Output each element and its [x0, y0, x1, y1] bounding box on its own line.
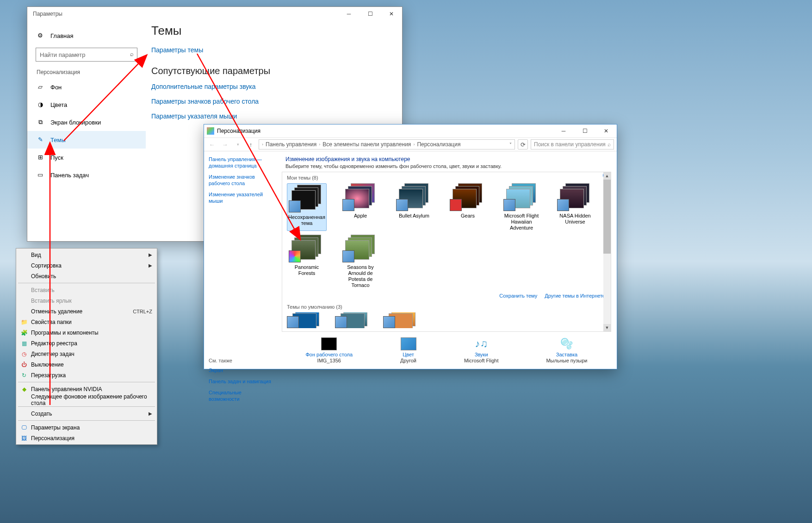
minimize-button[interactable]: ─ [338, 7, 360, 21]
personalize-icon: 🖼 [20, 435, 28, 442]
maximize-button[interactable]: ☐ [574, 124, 595, 138]
sub-label: Мыльные пузыри [546, 358, 587, 363]
theme-item-nasa[interactable]: NASA Hidden Universe [555, 183, 595, 231]
scrollbar[interactable]: ▲ ▼ [603, 172, 611, 331]
cp-titlebar[interactable]: Персонализация ─ ☐ ✕ [204, 125, 617, 137]
ctx-regedit[interactable]: ▦Редактор реестра [17, 338, 156, 349]
cp-sidebar: Панель управления — домашняя страница Из… [204, 151, 278, 369]
save-theme-link[interactable]: Сохранить тему [499, 293, 537, 299]
theme-name: Несохраненная тема [288, 214, 325, 226]
programs-icon: 🧩 [20, 330, 28, 336]
breadcrumb-segment[interactable]: Все элементы панели управления [322, 141, 411, 148]
related-link-sound[interactable]: Дополнительные параметры звука [151, 83, 402, 90]
ctx-taskmgr[interactable]: ◷Диспетчер задач [17, 349, 156, 359]
ctx-paste: Вставить [17, 285, 156, 295]
ctx-paste-shortcut: Вставить ярлык [17, 295, 156, 306]
sidebar-item-start[interactable]: ⊞ Пуск [27, 149, 146, 166]
cp-home-link[interactable]: Панель управления — домашняя страница [209, 156, 273, 169]
sidebar-item-background[interactable]: ▱ Фон [27, 78, 146, 96]
ctx-display-settings[interactable]: 🖵Параметры экрана [17, 422, 156, 433]
ctx-sort[interactable]: Сортировка▶ [17, 260, 156, 271]
chevron-right-icon: ▶ [149, 411, 152, 416]
ctx-view[interactable]: Вид▶ [17, 249, 156, 260]
ctx-separator [18, 420, 155, 421]
theme-item-default[interactable] [287, 312, 327, 328]
sidebar-item-label: Фон [50, 84, 62, 91]
sidebar-item-colors[interactable]: ◑ Цвета [27, 96, 146, 113]
chevron-right-icon: ▶ [149, 263, 152, 268]
ctx-restart[interactable]: ↻Перезагрузка [17, 370, 156, 380]
scroll-thumb[interactable] [603, 180, 611, 254]
desktop-background-item[interactable]: Фон рабочего стола IMG_1356 [305, 337, 353, 363]
sidebar-home[interactable]: ⚙ Главная [27, 26, 146, 45]
theme-thumb [289, 235, 325, 262]
theme-item-panoramic-forests[interactable]: Panoramic Forests [287, 235, 327, 288]
ctx-folder-props[interactable]: 📁Свойства папки [17, 317, 156, 327]
cp-navbar: ← → ▾ ↑ › Панель управления › Все элемен… [204, 137, 617, 151]
see-also-section: См. также Экран Панель задач и навигация… [209, 358, 273, 402]
taskmgr-icon: ◷ [20, 351, 28, 357]
theme-settings-link[interactable]: Параметры темы [151, 46, 402, 54]
sidebar-item-taskbar[interactable]: ▭ Панель задач [27, 166, 146, 184]
nav-up-button[interactable]: ↑ [246, 139, 256, 149]
theme-components-row: Фон рабочего стола IMG_1356 Цвет Другой … [282, 336, 611, 365]
maximize-button[interactable]: ☐ [360, 7, 381, 21]
theme-thumb [289, 185, 325, 212]
ctx-refresh[interactable]: Обновить [17, 271, 156, 281]
dropdown-icon[interactable]: ˅ [509, 142, 512, 147]
see-also-link[interactable]: Экран [209, 367, 273, 374]
related-link-mouse-pointer[interactable]: Параметры указателя мыши [151, 112, 402, 120]
cp-search-box[interactable]: Поиск в панели управления ⌕ [531, 139, 614, 149]
ctx-personalize[interactable]: 🖼Персонализация [17, 433, 156, 443]
see-also-link[interactable]: Специальные возможности [209, 389, 273, 402]
cp-main-desc: Выберите тему, чтобы одновременно измени… [278, 163, 617, 172]
settings-titlebar[interactable]: Параметры ─ ☐ ✕ [27, 7, 402, 21]
screensaver-item[interactable]: 🫧 Заставка Мыльные пузыри [546, 337, 587, 363]
scroll-down-button[interactable]: ▼ [603, 324, 611, 331]
theme-item-ms-flight[interactable]: Microsoft Flight Hawaiian Adventure [502, 183, 541, 231]
settings-sidebar: ⚙ Главная ⌕ Персонализация ▱ Фон ◑ Цвета… [27, 21, 146, 241]
nvidia-icon: ◆ [20, 386, 28, 392]
theme-name: Bullet Asylum [399, 213, 429, 219]
color-item[interactable]: Цвет Другой [400, 337, 416, 363]
sidebar-item-themes[interactable]: ✎ Темы [27, 131, 146, 149]
cp-desktop-icons-link[interactable]: Изменение значков рабочего стола [209, 174, 273, 187]
search-input[interactable] [36, 48, 137, 62]
ctx-next-wallpaper[interactable]: Следующее фоновое изображение рабочего с… [17, 394, 156, 405]
theme-panel: Мои темы (8) Несохраненная тема Apple [282, 172, 611, 332]
ctx-shutdown[interactable]: ⏻Выключение [17, 359, 156, 370]
related-link-desktop-icons[interactable]: Параметры значков рабочего стола [151, 98, 402, 105]
breadcrumb-segment[interactable]: Панель управления [266, 141, 316, 148]
breadcrumb-segment[interactable]: Персонализация [417, 141, 460, 148]
theme-item-gears[interactable]: Gears [448, 183, 488, 231]
address-bar[interactable]: › Панель управления › Все элементы панел… [259, 139, 515, 149]
theme-item-default[interactable] [335, 312, 375, 328]
theme-item-apple[interactable]: Apple [341, 183, 380, 231]
theme-item-bullet-asylum[interactable]: Bullet Asylum [394, 183, 434, 231]
ctx-undo-delete[interactable]: Отменить удалениеCTRL+Z [17, 306, 156, 317]
ctx-separator [18, 283, 155, 283]
refresh-button[interactable]: ⟳ [518, 139, 528, 149]
close-button[interactable]: ✕ [381, 7, 402, 21]
minimize-button[interactable]: ─ [553, 124, 574, 138]
cp-mouse-pointers-link[interactable]: Изменение указателей мыши [209, 191, 273, 204]
theme-item-seasons[interactable]: Seasons by Arnould de Potesta de Tornaco [341, 235, 380, 288]
ctx-new[interactable]: Создать▶ [17, 408, 156, 419]
regedit-icon: ▦ [20, 340, 28, 347]
search-icon: ⌕ [607, 141, 611, 148]
see-also-link[interactable]: Панель задач и навигация [209, 378, 273, 385]
theme-item-unsaved[interactable]: Несохраненная тема [287, 183, 327, 231]
scroll-up-button[interactable]: ▲ [603, 172, 611, 180]
theme-item-default[interactable] [383, 312, 423, 328]
nav-forward-button[interactable]: → [220, 139, 230, 149]
nav-recent-button[interactable]: ▾ [233, 139, 243, 149]
sounds-item[interactable]: ♪♫ Звуки Microsoft Flight [464, 337, 499, 363]
my-themes-grid: Несохраненная тема Apple Bullet Asylum G… [282, 181, 611, 290]
close-button[interactable]: ✕ [595, 124, 617, 138]
theme-thumb [342, 183, 378, 211]
more-themes-link[interactable]: Другие темы в Интернете [545, 293, 605, 299]
sidebar-item-lockscreen[interactable]: ⧉ Экран блокировки [27, 113, 146, 131]
theme-action-links: Сохранить тему Другие темы в Интернете [282, 290, 611, 301]
nav-back-button[interactable]: ← [207, 139, 217, 149]
ctx-programs[interactable]: 🧩Программы и компоненты [17, 327, 156, 338]
